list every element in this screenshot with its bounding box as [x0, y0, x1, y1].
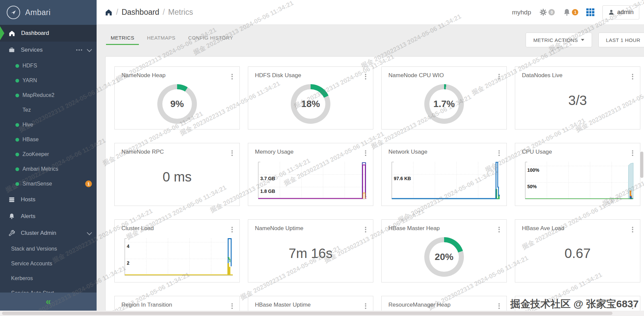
ambari-logo-icon — [7, 6, 20, 19]
metric-actions-button[interactable]: METRIC ACTIONS — [526, 33, 592, 47]
hosts-icon — [8, 196, 15, 203]
card-namenode-cpu-wio: NameNode CPU WIO 1.7% — [381, 66, 507, 129]
metrics-panel: NameNode Heap 9% HDFS Disk Usage 18% Nam… — [105, 56, 644, 316]
status-dot-green — [15, 94, 19, 97]
tab-config-history[interactable]: CONFIG HISTORY — [188, 35, 233, 41]
memory-usage-chart: 3.7 GB1.8 GB — [253, 159, 368, 202]
sidebar-item-kerberos[interactable]: Kerberos — [0, 271, 97, 286]
sidebar-item-dashboard[interactable]: Dashboard — [0, 25, 97, 42]
kebab-menu-icon[interactable] — [364, 302, 368, 310]
sidebar-item-hosts[interactable]: Hosts — [0, 191, 97, 208]
kebab-menu-icon[interactable] — [497, 149, 501, 157]
brand-home-link[interactable]: Ambari — [0, 0, 97, 25]
alerts-indicator[interactable]: 1 — [563, 8, 578, 16]
wrench-icon — [8, 230, 15, 236]
ops-count-badge: 0 — [548, 9, 555, 15]
metric-value: 3/3 — [515, 93, 640, 108]
kebab-menu-icon[interactable] — [230, 72, 234, 81]
sidebar-item-service-accounts[interactable]: Service Accounts — [0, 256, 97, 271]
kebab-menu-icon[interactable] — [364, 225, 368, 234]
card-namenode-rpc: NameNode RPC 0 ms — [114, 143, 240, 206]
card-memory-usage: Memory Usage 3.7 GB1.8 GB — [248, 143, 373, 206]
kebab-menu-icon[interactable] — [497, 225, 501, 234]
sidebar-item-zookeeper[interactable]: ZooKeeper — [0, 147, 97, 162]
horizontal-scrollbar — [0, 311, 644, 316]
kebab-menu-icon[interactable] — [230, 302, 234, 310]
card-cluster-load: Cluster Load 42 — [114, 219, 240, 282]
time-range-button[interactable]: LAST 1 HOUR — [598, 33, 644, 47]
status-dot-green — [15, 64, 19, 68]
metric-value: 0.67 — [515, 246, 640, 261]
sidebar-item-smartsense[interactable]: SmartSense 1 — [0, 176, 97, 191]
brand-name: Ambari — [25, 8, 51, 17]
horizontal-scrollbar-thumb[interactable] — [2, 312, 612, 315]
kebab-menu-icon[interactable] — [631, 225, 635, 234]
vertical-scrollbar-thumb[interactable] — [640, 152, 643, 178]
kebab-menu-icon[interactable] — [230, 149, 234, 157]
metric-value: 7m 16s — [248, 246, 373, 261]
svg-text:2: 2 — [127, 260, 129, 266]
card-hbase-ave-load: HBase Ave Load 0.67 — [515, 219, 640, 282]
briefcase-icon — [8, 47, 15, 53]
breadcrumb-dashboard[interactable]: Dashboard — [121, 8, 159, 17]
ops-indicator[interactable]: 0 — [539, 8, 555, 16]
network-usage-chart: 97.6 KB — [386, 159, 502, 202]
app-grid-icon[interactable] — [586, 8, 594, 16]
kebab-menu-icon[interactable] — [364, 72, 368, 81]
status-dot-green — [15, 167, 19, 171]
status-dot-green — [15, 123, 19, 127]
svg-text:1.8 GB: 1.8 GB — [260, 189, 275, 194]
sidebar-item-tez[interactable]: Tez — [0, 103, 97, 117]
card-hdfs-disk-usage: HDFS Disk Usage 18% — [248, 66, 373, 129]
smartsense-alert-badge: 1 — [85, 180, 92, 187]
card-namenode-uptime: NameNode Uptime 7m 16s — [248, 219, 373, 282]
alert-count-badge: 1 — [572, 9, 578, 15]
chevron-down-icon[interactable] — [87, 230, 92, 235]
kebab-menu-icon[interactable] — [497, 302, 501, 310]
kebab-menu-icon[interactable] — [497, 72, 501, 81]
cpu-usage-chart: 100%50% — [520, 159, 635, 202]
sidebar-item-alerts[interactable]: Alerts — [0, 208, 97, 225]
cluster-load-chart: 42 — [119, 236, 235, 279]
sidebar-item-services[interactable]: Services — [0, 42, 97, 58]
kebab-menu-icon[interactable] — [631, 302, 635, 310]
sidebar-item-hdfs[interactable]: HDFS — [0, 58, 97, 73]
caret-down-icon — [581, 39, 584, 41]
bell-icon — [8, 213, 15, 220]
status-dot-green — [15, 138, 19, 142]
card-datanodes-live: DataNodes Live 3/3 — [515, 66, 640, 129]
sidebar-item-hive[interactable]: Hive — [0, 117, 97, 132]
sidebar-item-stack-and-versions[interactable]: Stack and Versions — [0, 242, 97, 256]
breadcrumb-metrics: Metrics — [168, 8, 193, 17]
kebab-menu-icon[interactable] — [631, 149, 635, 157]
home-icon — [8, 30, 15, 37]
card-network-usage: Network Usage 97.6 KB — [381, 143, 507, 206]
breadcrumb: / Dashboard / Metrics — [105, 8, 193, 17]
metrics-tab-bar: METRICS HEATMAPS CONFIG HISTORY — [111, 35, 233, 41]
ambari-dashboard: Ambari Dashboard Services HDFS YARN MapR… — [0, 0, 644, 316]
home-icon[interactable] — [105, 8, 113, 16]
gear-icon — [539, 8, 547, 16]
card-namenode-heap: NameNode Heap 9% — [114, 66, 240, 129]
sidebar-item-mapreduce2[interactable]: MapReduce2 — [0, 88, 97, 103]
donut-gauge: 1.7% — [424, 84, 464, 124]
sidebar-item-hbase[interactable]: HBase — [0, 132, 97, 147]
kebab-menu-icon[interactable] — [631, 72, 635, 81]
sidebar-item-yarn[interactable]: YARN — [0, 73, 97, 88]
cluster-name: myhdp — [512, 9, 531, 16]
card-hbase-master-heap: HBase Master Heap 20% — [381, 219, 507, 282]
status-dot-green — [15, 79, 19, 83]
metric-value: 0 ms — [115, 169, 239, 185]
services-overflow-icon[interactable] — [76, 49, 82, 51]
status-dot-green — [15, 153, 19, 156]
kebab-menu-icon[interactable] — [364, 149, 368, 157]
kebab-menu-icon[interactable] — [230, 225, 234, 234]
tab-heatmaps[interactable]: HEATMAPS — [147, 35, 175, 41]
chevron-down-icon[interactable] — [87, 47, 92, 52]
sidebar-item-ambari-metrics[interactable]: Ambari Metrics — [0, 162, 97, 176]
sidebar-item-cluster-admin[interactable]: Cluster Admin — [0, 225, 97, 242]
svg-text:50%: 50% — [527, 184, 537, 189]
sidebar-collapse-button[interactable]: « — [0, 293, 97, 311]
user-menu-button[interactable]: admin — [602, 5, 639, 19]
tab-metrics[interactable]: METRICS — [111, 35, 134, 41]
